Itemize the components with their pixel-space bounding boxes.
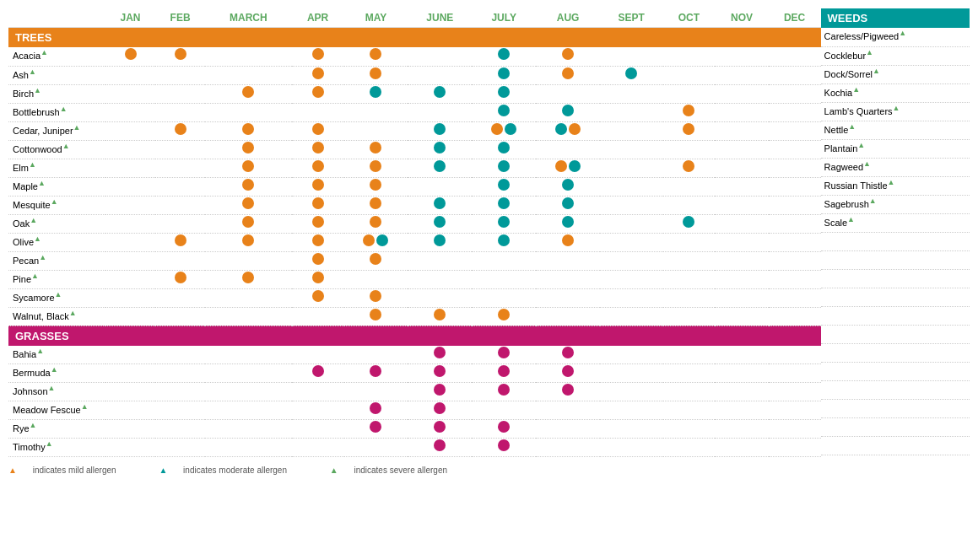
cell-march: [205, 401, 292, 420]
cell-aug: [536, 233, 600, 251]
june-header: JUNE: [408, 8, 472, 28]
cell-apr: [292, 84, 344, 103]
cell-dec: [769, 214, 821, 233]
weed-name: Cocklebur▲: [821, 46, 970, 65]
dot-may: [370, 86, 381, 98]
cell-june: [408, 196, 472, 214]
plant-name: Timothy▲: [8, 439, 105, 457]
cell-nov: [715, 196, 768, 214]
cell-dec: [769, 121, 821, 140]
dot-apr: [312, 160, 324, 172]
dot-march: [242, 123, 254, 135]
dot-july: [498, 142, 510, 153]
cell-march: [205, 121, 292, 140]
dot-apr: [312, 234, 324, 246]
cell-jan: [105, 196, 155, 214]
plant-name: Maple▲: [8, 177, 105, 196]
dot-july: [498, 179, 510, 191]
cell-dec: [769, 439, 821, 457]
cell-march: [205, 177, 292, 196]
dot-may: [376, 234, 388, 246]
cell-nov: [715, 307, 768, 326]
weed-row: Scale▲: [821, 213, 970, 232]
cell-may: [344, 420, 408, 439]
data-row: Olive▲: [8, 233, 821, 251]
nov-header: NOV: [715, 8, 768, 28]
cell-march: [205, 383, 292, 401]
cell-apr: [292, 346, 344, 364]
cell-feb: [155, 383, 205, 401]
cell-may: [344, 288, 408, 307]
cell-sept: [600, 214, 663, 233]
dot-aug: [562, 216, 574, 228]
july-header: JULY: [472, 8, 536, 28]
cell-aug: [536, 401, 600, 420]
cell-march: [205, 439, 292, 457]
dot-may: [370, 290, 381, 302]
cell-march: [205, 103, 292, 121]
cell-feb: [155, 233, 205, 251]
dot-june: [434, 439, 446, 451]
plant-name: Bahia▲: [8, 346, 105, 364]
cell-jan: [105, 401, 155, 420]
cell-dec: [769, 270, 821, 288]
cell-june: [408, 346, 472, 364]
dot-aug: [569, 160, 581, 172]
cell-june: [408, 270, 472, 288]
dot-may: [370, 253, 381, 265]
cell-july: [472, 121, 536, 140]
cell-apr: [292, 196, 344, 214]
plant-name: Sycamore▲: [8, 288, 105, 307]
cell-july: [472, 196, 536, 214]
cell-jan: [105, 214, 155, 233]
weed-row: Plantain▲: [821, 139, 970, 158]
data-row: Bottlebrush▲: [8, 103, 821, 121]
dot-july: [498, 105, 510, 116]
cell-sept: [600, 84, 663, 103]
cell-apr: [292, 420, 344, 439]
cell-may: [344, 214, 408, 233]
cell-oct: [663, 47, 716, 66]
cell-june: [408, 84, 472, 103]
dot-july: [498, 421, 510, 433]
cell-march: [205, 159, 292, 177]
feb-header: FEB: [155, 8, 205, 28]
cell-jan: [105, 288, 155, 307]
cell-march: [205, 66, 292, 84]
cell-oct: [663, 288, 716, 307]
legend-moderate: ▲ indicates moderate allergen: [159, 466, 302, 475]
weed-blank-row: [821, 417, 970, 436]
cell-oct: [663, 103, 716, 121]
cell-dec: [769, 103, 821, 121]
cell-apr: [292, 177, 344, 196]
cell-nov: [715, 439, 768, 457]
cell-sept: [600, 383, 663, 401]
weed-name: Ragweed▲: [821, 158, 970, 176]
cell-jan: [105, 233, 155, 251]
dot-july: [498, 48, 510, 60]
name-col-header: [8, 8, 105, 28]
dot-may: [363, 234, 375, 246]
cell-sept: [600, 159, 663, 177]
cell-june: [408, 103, 472, 121]
cell-sept: [600, 66, 663, 84]
cell-sept: [600, 177, 663, 196]
cell-dec: [769, 420, 821, 439]
cell-feb: [155, 364, 205, 383]
dot-apr: [312, 179, 324, 191]
weed-name: Nettle▲: [821, 121, 970, 139]
cell-march: [205, 420, 292, 439]
cell-feb: [155, 47, 205, 66]
cell-sept: [600, 47, 663, 66]
cell-june: [408, 288, 472, 307]
cell-july: [472, 420, 536, 439]
plant-name: Cedar, Juniper▲: [8, 121, 105, 140]
weed-name: Dock/Sorrel▲: [821, 65, 970, 83]
trees-label: TREES: [8, 28, 821, 48]
dot-apr: [312, 197, 324, 209]
cell-july: [472, 47, 536, 66]
legend-severe: ▲ indicates severe allergen: [330, 466, 461, 475]
cell-dec: [769, 159, 821, 177]
dot-may: [370, 421, 381, 433]
grasses-section-header: GRASSES: [8, 326, 821, 346]
